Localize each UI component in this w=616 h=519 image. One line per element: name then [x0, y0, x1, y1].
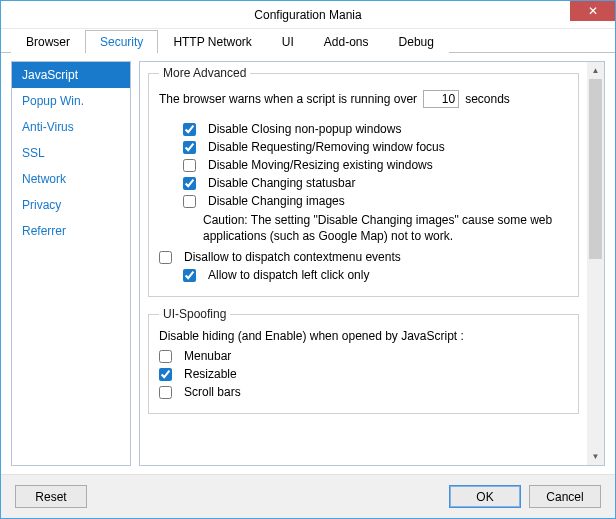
lbl-disable-closing: Disable Closing non-popup windows [208, 122, 401, 136]
chk-scrollbars[interactable] [159, 386, 172, 399]
lbl-disable-focus: Disable Requesting/Removing window focus [208, 140, 445, 154]
close-button[interactable]: ✕ [570, 1, 615, 21]
window-title: Configuration Mania [254, 8, 361, 22]
sidebar: JavaScript Popup Win. Anti-Virus SSL Net… [11, 61, 131, 466]
tab-addons[interactable]: Add-ons [309, 30, 384, 53]
lbl-scrollbars: Scroll bars [184, 385, 241, 399]
warn-suffix: seconds [465, 92, 510, 106]
window: Configuration Mania ✕ Browser Security H… [0, 0, 616, 519]
scroll-thumb[interactable] [589, 79, 602, 259]
content-wrap: More Advanced The browser warns when a s… [139, 61, 605, 466]
titlebar: Configuration Mania ✕ [1, 1, 615, 29]
scroll-track[interactable] [587, 79, 604, 448]
warn-seconds-input[interactable] [423, 90, 459, 108]
warn-row: The browser warns when a script is runni… [159, 90, 568, 108]
sidebar-item-privacy[interactable]: Privacy [12, 192, 130, 218]
tab-debug[interactable]: Debug [384, 30, 449, 53]
content: More Advanced The browser warns when a s… [140, 62, 587, 465]
chk-disable-moving[interactable] [183, 159, 196, 172]
sidebar-item-anti-virus[interactable]: Anti-Virus [12, 114, 130, 140]
chk-menubar[interactable] [159, 350, 172, 363]
caution-text: Caution: The setting "Disable Changing i… [159, 212, 568, 244]
ui-spoofing-desc: Disable hiding (and Enable) when opened … [159, 329, 568, 343]
tab-security[interactable]: Security [85, 30, 158, 53]
sidebar-item-ssl[interactable]: SSL [12, 140, 130, 166]
chk-allow-leftclick[interactable] [183, 269, 196, 282]
chk-disable-focus[interactable] [183, 141, 196, 154]
ok-button[interactable]: OK [449, 485, 521, 508]
chk-disable-statusbar[interactable] [183, 177, 196, 190]
lbl-allow-leftclick: Allow to dispatch left click only [208, 268, 369, 282]
warn-prefix: The browser warns when a script is runni… [159, 92, 417, 106]
chk-disallow-contextmenu[interactable] [159, 251, 172, 264]
tab-http-network[interactable]: HTTP Network [158, 30, 266, 53]
cancel-button[interactable]: Cancel [529, 485, 601, 508]
chk-disable-images[interactable] [183, 195, 196, 208]
lbl-menubar: Menubar [184, 349, 231, 363]
lbl-resizable: Resizable [184, 367, 237, 381]
footer: Reset OK Cancel [1, 474, 615, 518]
chk-resizable[interactable] [159, 368, 172, 381]
sidebar-item-network[interactable]: Network [12, 166, 130, 192]
group-more-advanced: More Advanced The browser warns when a s… [148, 66, 579, 297]
legend-ui-spoofing: UI-Spoofing [159, 307, 230, 321]
scroll-down-icon[interactable]: ▼ [587, 448, 604, 465]
reset-button[interactable]: Reset [15, 485, 87, 508]
close-icon: ✕ [588, 4, 598, 18]
sidebar-item-popup-win[interactable]: Popup Win. [12, 88, 130, 114]
scrollbar[interactable]: ▲ ▼ [587, 62, 604, 465]
lbl-disallow-contextmenu: Disallow to dispatch contextmenu events [184, 250, 401, 264]
chk-disable-closing[interactable] [183, 123, 196, 136]
tab-strip: Browser Security HTTP Network UI Add-ons… [1, 29, 615, 53]
scroll-up-icon[interactable]: ▲ [587, 62, 604, 79]
lbl-disable-images: Disable Changing images [208, 194, 345, 208]
group-ui-spoofing: UI-Spoofing Disable hiding (and Enable) … [148, 307, 579, 414]
lbl-disable-statusbar: Disable Changing statusbar [208, 176, 355, 190]
body: JavaScript Popup Win. Anti-Virus SSL Net… [1, 53, 615, 474]
legend-more-advanced: More Advanced [159, 66, 250, 80]
lbl-disable-moving: Disable Moving/Resizing existing windows [208, 158, 433, 172]
tab-browser[interactable]: Browser [11, 30, 85, 53]
sidebar-item-javascript[interactable]: JavaScript [12, 62, 130, 88]
sidebar-item-referrer[interactable]: Referrer [12, 218, 130, 244]
tab-ui[interactable]: UI [267, 30, 309, 53]
